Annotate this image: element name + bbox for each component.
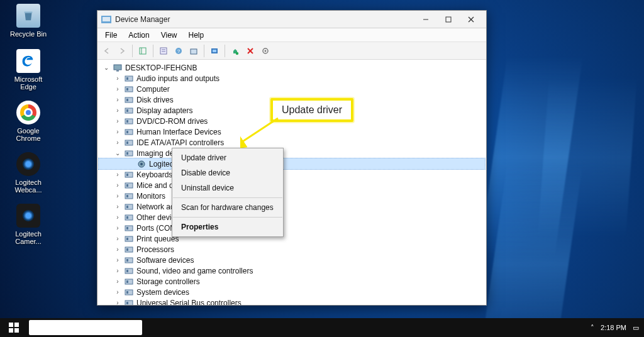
taskbar[interactable]: ˄ 2:18 PM ▭: [0, 318, 644, 337]
menu-scan-hardware[interactable]: Scan for hardware changes: [172, 200, 283, 215]
expand-icon[interactable]: ›: [114, 182, 121, 189]
minimize-button[interactable]: [414, 13, 437, 26]
menu-view[interactable]: View: [156, 30, 182, 41]
context-menu: Update driver Disable device Uninstall d…: [172, 148, 284, 237]
collapse-icon[interactable]: ⌄: [103, 64, 110, 71]
desktop-icon-label: Logitech Camer...: [6, 230, 50, 245]
tree-category[interactable]: ›Monitors: [99, 191, 485, 201]
properties-button[interactable]: [157, 44, 170, 58]
expand-icon[interactable]: ›: [114, 267, 121, 274]
tree-category[interactable]: ›Print queues: [99, 233, 485, 244]
desktop-icon-camera[interactable]: Logitech Camer...: [6, 204, 50, 245]
tree-category-label: Disk drives: [136, 96, 174, 104]
tree-category[interactable]: ›Network adapt: [99, 201, 485, 212]
computer-icon: [113, 63, 123, 73]
maximize-button[interactable]: [437, 13, 460, 26]
svg-rect-70: [9, 328, 13, 333]
expand-icon[interactable]: ›: [114, 299, 121, 305]
device-tree[interactable]: ⌄ DESKTOP-IFEHGNB ›Audio inputs and outp…: [97, 60, 486, 305]
desktop-icon-chrome[interactable]: Google Chrome: [6, 101, 50, 142]
svg-rect-62: [126, 280, 128, 283]
uninstall-button[interactable]: [243, 44, 257, 58]
add-hardware-button[interactable]: [228, 44, 242, 58]
expand-icon[interactable]: ›: [114, 203, 121, 210]
back-button[interactable]: [100, 44, 114, 58]
collapse-icon[interactable]: ⌄: [114, 150, 121, 157]
expand-icon[interactable]: ›: [114, 278, 121, 285]
menu-properties[interactable]: Properties: [172, 219, 283, 235]
svg-rect-38: [126, 152, 128, 155]
tree-category[interactable]: ›Processors: [99, 244, 485, 255]
tree-category[interactable]: ›Sound, video and game controllers: [99, 265, 485, 276]
tree-category[interactable]: ›Audio inputs and outputs: [99, 73, 485, 84]
svg-rect-60: [126, 270, 128, 272]
tree-category[interactable]: ›System devices: [99, 287, 485, 297]
expand-icon[interactable]: ›: [114, 107, 121, 114]
desktop-icon-label: Microsoft Edge: [6, 75, 50, 91]
tree-category[interactable]: ›Ports (COM &: [99, 223, 485, 233]
expand-icon[interactable]: ›: [114, 128, 121, 135]
expand-icon[interactable]: ›: [114, 224, 121, 231]
menu-uninstall-device[interactable]: Uninstall device: [172, 180, 283, 196]
svg-rect-6: [140, 48, 146, 54]
expand-icon[interactable]: ›: [114, 235, 121, 242]
device-category-icon: [124, 245, 134, 255]
expand-icon[interactable]: ›: [114, 75, 121, 82]
desktop-icon-recycle-bin[interactable]: Recycle Bin: [6, 4, 50, 38]
tree-category[interactable]: ›Universal Serial Bus controllers: [99, 297, 485, 305]
expand-icon[interactable]: ›: [114, 96, 121, 103]
menu-disable-device[interactable]: Disable device: [172, 165, 283, 180]
desktop-icon-webcam[interactable]: Logitech Webca...: [6, 152, 50, 194]
device-category-icon: [124, 116, 134, 126]
expand-icon[interactable]: ›: [114, 246, 121, 253]
tree-device[interactable]: Logitech H: [99, 158, 485, 169]
expand-icon[interactable]: ›: [114, 192, 121, 199]
tree-category[interactable]: ›Computer: [99, 84, 485, 94]
expand-icon[interactable]: ›: [114, 86, 121, 92]
svg-rect-34: [126, 131, 128, 133]
clock[interactable]: 2:18 PM: [601, 324, 626, 331]
expand-icon[interactable]: ›: [114, 257, 121, 263]
scan-button[interactable]: [208, 44, 221, 58]
tree-category[interactable]: ›Software devices: [99, 255, 485, 265]
desktop-icon-label: Google Chrome: [6, 127, 50, 142]
svg-point-20: [265, 50, 267, 52]
titlebar[interactable]: Device Manager: [97, 11, 486, 28]
device-category-icon: [124, 287, 134, 297]
notifications-icon[interactable]: ▭: [633, 324, 639, 332]
svg-rect-25: [125, 87, 133, 92]
menu-action[interactable]: Action: [123, 30, 154, 41]
expand-icon[interactable]: ›: [114, 139, 121, 146]
search-box[interactable]: [29, 320, 142, 335]
update-icon[interactable]: [187, 44, 201, 58]
expand-icon[interactable]: ›: [114, 171, 121, 178]
tree-category[interactable]: ›Mice and othe: [99, 180, 485, 191]
svg-rect-57: [125, 258, 133, 263]
desktop-icon-edge[interactable]: Microsoft Edge: [6, 49, 50, 91]
svg-rect-42: [126, 174, 128, 176]
svg-rect-44: [126, 184, 128, 187]
show-hide-tree-button[interactable]: [136, 44, 150, 58]
tree-category[interactable]: ›Keyboards: [99, 169, 485, 180]
start-button[interactable]: [5, 319, 23, 336]
tree-category[interactable]: ›Other devices: [99, 212, 485, 223]
svg-rect-48: [126, 206, 128, 208]
menu-help[interactable]: Help: [184, 30, 209, 41]
close-button[interactable]: [460, 13, 482, 26]
tree-category[interactable]: ›Storage controllers: [99, 276, 485, 287]
enable-device-button[interactable]: [258, 44, 272, 58]
edge-icon: [16, 49, 40, 73]
expand-icon[interactable]: ›: [114, 289, 121, 296]
tree-root[interactable]: ⌄ DESKTOP-IFEHGNB: [99, 62, 485, 73]
svg-rect-1: [103, 17, 110, 21]
help-button[interactable]: ?: [172, 44, 186, 58]
svg-rect-66: [126, 302, 128, 304]
tray-chevron-icon[interactable]: ˄: [591, 324, 594, 332]
svg-rect-56: [126, 248, 128, 251]
svg-rect-43: [125, 183, 133, 188]
expand-icon[interactable]: ›: [114, 214, 121, 221]
svg-rect-51: [125, 226, 133, 231]
expand-icon[interactable]: ›: [114, 118, 121, 124]
forward-button[interactable]: [115, 44, 129, 58]
menu-file[interactable]: File: [100, 30, 122, 41]
